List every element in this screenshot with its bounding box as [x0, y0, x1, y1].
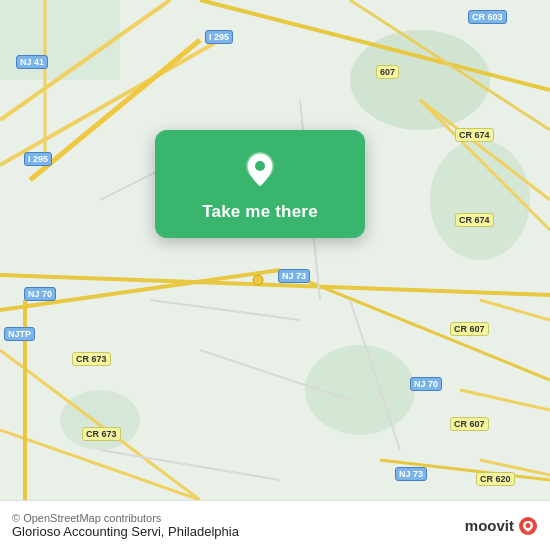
moovit-logo: moovit	[465, 516, 538, 536]
map-container: CR 603 NJ 41 I 295 607 CR 674 I 295 CR 6…	[0, 0, 550, 500]
road-label-cr607-bot: CR 607	[450, 417, 489, 431]
road-label-cr607-mid: CR 607	[450, 322, 489, 336]
road-label-nj70-left: NJ 70	[24, 287, 56, 301]
action-card[interactable]: Take me there	[155, 130, 365, 238]
road-label-cr674-mid: CR 674	[455, 213, 494, 227]
copyright-text: © OpenStreetMap contributors	[12, 512, 457, 524]
road-label-cr603: CR 603	[468, 10, 507, 24]
road-label-607: 607	[376, 65, 399, 79]
svg-point-30	[253, 275, 263, 285]
road-label-cr674-top: CR 674	[455, 128, 494, 142]
svg-point-34	[526, 523, 531, 528]
road-label-nj41: NJ 41	[16, 55, 48, 69]
take-me-there-label: Take me there	[202, 202, 318, 222]
road-label-i295-mid: I 295	[24, 152, 52, 166]
moovit-text: moovit	[465, 517, 514, 534]
road-label-cr673-bot2: CR 673	[82, 427, 121, 441]
place-name: Glorioso Accounting Servi, Philadelphia	[12, 524, 457, 539]
road-label-nj70-bot: NJ 70	[410, 377, 442, 391]
road-label-njtp: NJTP	[4, 327, 35, 341]
svg-point-32	[255, 161, 265, 171]
road-label-nj73: NJ 73	[278, 269, 310, 283]
moovit-icon	[518, 516, 538, 536]
road-label-cr620: CR 620	[476, 472, 515, 486]
bottom-bar: © OpenStreetMap contributors Glorioso Ac…	[0, 500, 550, 550]
location-pin-icon	[238, 148, 282, 192]
svg-point-4	[60, 390, 140, 450]
road-label-nj73-bot: NJ 73	[395, 467, 427, 481]
road-label-cr673-bot1: CR 673	[72, 352, 111, 366]
road-label-i295-top: I 295	[205, 30, 233, 44]
